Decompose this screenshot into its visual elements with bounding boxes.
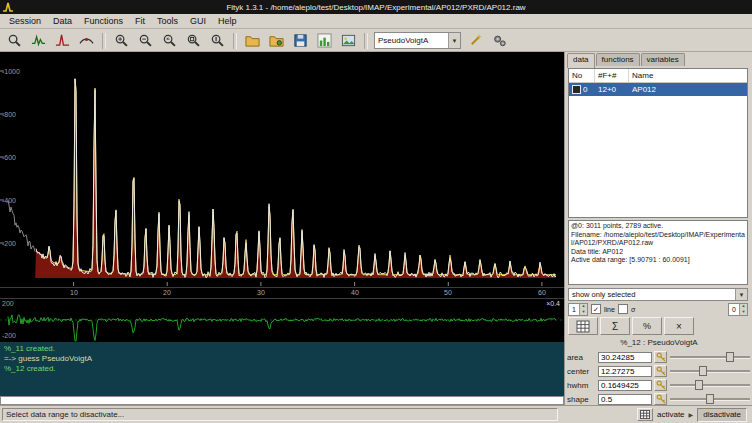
param-row-area: area [567, 350, 751, 364]
y-tick-label: -1000 [2, 68, 20, 75]
sigma-sum-icon: Σ [612, 321, 618, 332]
dataset-checkbox[interactable] [572, 85, 581, 94]
param-center-input[interactable] [598, 366, 652, 377]
tab-functions[interactable]: functions [596, 53, 640, 66]
param-lock-button[interactable] [654, 379, 667, 391]
point-size-spinner[interactable]: 1 ▲▼ [568, 303, 588, 316]
menu-help[interactable]: Help [212, 15, 243, 27]
function-type-combo[interactable]: PseudoVoigtA ▼ [374, 32, 461, 49]
param-area-slider[interactable] [669, 351, 751, 363]
baseline-icon [79, 33, 94, 48]
zoom-in-button[interactable] [110, 30, 133, 51]
info-filename: Filename: /home/aleplo/test/Desktop/IMAP… [571, 231, 745, 248]
toolbar-separator [364, 33, 368, 49]
param-hwhm-input[interactable] [598, 380, 652, 391]
line-width-spinner[interactable]: 0 ▲▼ [728, 303, 748, 316]
sum-button[interactable]: Σ [600, 317, 630, 335]
menu-tools[interactable]: Tools [151, 15, 184, 27]
save-session-button[interactable] [289, 30, 312, 51]
tab-variables[interactable]: variables [641, 53, 685, 66]
plot-column: -1000-800-600-400-200 102030405060 200 -… [0, 52, 564, 405]
export-chart-button[interactable] [313, 30, 336, 51]
aux-plot[interactable]: 200 -200 ×0.4 [0, 298, 564, 342]
slider-handle[interactable] [706, 394, 714, 404]
function-panel-title: %_12 : PseudoVoigtA [565, 338, 752, 347]
param-shape-slider[interactable] [669, 393, 751, 405]
param-area-input[interactable] [598, 352, 652, 363]
spinner-arrows-icon[interactable]: ▲▼ [579, 304, 587, 315]
table-grid-icon [640, 410, 650, 419]
add-peak-icon [55, 33, 70, 48]
aux-y-top-label: 200 [2, 300, 14, 307]
param-row-center: center [567, 364, 751, 378]
open-file-button[interactable] [241, 30, 264, 51]
zoom-prev-button[interactable] [158, 30, 181, 51]
param-hwhm-slider[interactable] [669, 379, 751, 391]
spinner-arrows-icon[interactable]: ▲▼ [739, 304, 747, 315]
dataset-info: @0: 3011 points, 2789 active. Filename: … [568, 220, 748, 285]
table-row[interactable]: 0 12+0 AP012 [569, 83, 747, 96]
toolbar-separator [102, 33, 106, 49]
execute-script-button[interactable] [265, 30, 288, 51]
column-header-f: #F+# [595, 69, 629, 82]
transform-button[interactable]: % [632, 317, 662, 335]
dataset-list[interactable]: No #F+# Name 0 12+0 AP012 [568, 68, 748, 218]
slider-handle[interactable] [695, 380, 703, 390]
add-peak-mode-button[interactable] [51, 30, 74, 51]
show-filter-combo[interactable]: show only selected ▼ [568, 288, 748, 301]
range-mode-mini-button[interactable] [637, 408, 653, 421]
guess-peak-button[interactable] [464, 30, 487, 51]
sigma-checkbox[interactable] [618, 304, 628, 314]
menu-gui[interactable]: GUI [184, 15, 212, 27]
title-bar[interactable]: Fityk 1.3.1 - /home/aleplo/test/Desktop/… [0, 0, 752, 14]
menu-data[interactable]: Data [47, 15, 78, 27]
zoom-mode-button[interactable] [3, 30, 26, 51]
chart-icon [317, 33, 332, 48]
param-lock-button[interactable] [654, 365, 667, 377]
tab-data[interactable]: data [567, 53, 595, 68]
dataset-list-header: No #F+# Name [569, 69, 747, 83]
menu-session[interactable]: Session [3, 15, 47, 27]
fit-run-button[interactable] [488, 30, 511, 51]
param-row-hwhm: hwhm [567, 378, 751, 392]
param-row-shape: shape [567, 392, 751, 406]
zoom-all-button[interactable] [182, 30, 205, 51]
param-shape-input[interactable] [598, 394, 652, 405]
data-edit-button[interactable] [568, 317, 598, 335]
key-icon [656, 394, 666, 404]
menu-fit[interactable]: Fit [129, 15, 151, 27]
param-lock-button[interactable] [654, 393, 667, 405]
zoom-out-button[interactable] [134, 30, 157, 51]
magnifier-icon [7, 33, 22, 48]
baseline-mode-button[interactable] [75, 30, 98, 51]
export-image-button[interactable] [337, 30, 360, 51]
x-tick-label: 20 [157, 289, 177, 296]
show-filter-value: show only selected [572, 290, 635, 299]
param-name: center [567, 367, 596, 376]
output-console[interactable]: %_11 created. =-> guess PseudoVoigtA %_1… [0, 342, 564, 396]
zoom-vert-button[interactable] [206, 30, 229, 51]
line-checkbox[interactable]: ✓ [591, 304, 601, 314]
param-lock-button[interactable] [654, 351, 667, 363]
slider-handle[interactable] [699, 366, 707, 376]
menu-functions[interactable]: Functions [78, 15, 129, 27]
delete-dataset-button[interactable]: × [664, 317, 694, 335]
info-title: Data title: AP012 [571, 248, 745, 257]
activate-option[interactable]: activate [657, 410, 685, 419]
console-line: %_12 created. [4, 364, 560, 374]
slider-handle[interactable] [726, 352, 734, 362]
main-plot[interactable]: -1000-800-600-400-200 [0, 52, 564, 287]
main-plot-canvas [0, 52, 564, 287]
console-line: =-> guess PseudoVoigtA [4, 354, 560, 364]
key-icon [656, 352, 666, 362]
aux-y-bottom-label: -200 [2, 332, 16, 339]
main-toolbar: PseudoVoigtA ▼ [0, 30, 752, 52]
command-input[interactable] [0, 396, 564, 405]
data-range-mode-button[interactable] [27, 30, 50, 51]
column-header-no: No [569, 69, 595, 82]
param-center-slider[interactable] [669, 365, 751, 377]
image-icon [341, 33, 356, 48]
gears-icon [492, 33, 507, 48]
zoom-out-icon [138, 33, 153, 48]
disactivate-button[interactable]: disactivate [697, 408, 747, 422]
